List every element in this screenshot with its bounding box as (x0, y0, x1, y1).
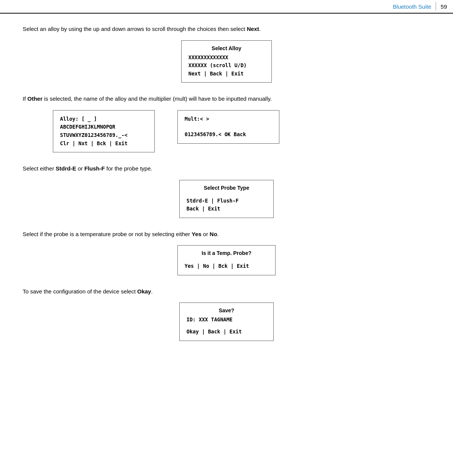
save-text-before: To save the configuration of the device … (23, 288, 137, 295)
header-title: Bluetooth Suite (393, 3, 431, 10)
alloy-dialog-title: Select Alloy (188, 45, 265, 51)
other-text-before: If (23, 95, 28, 102)
temp-probe-dialog: Is it a Temp. Probe? Yes | No | Bck | Ex… (177, 245, 276, 275)
mult-line1: Mult:< > (185, 115, 272, 123)
alloy-input-dialog: Alloy: [ _ ] ABCDEFGHIJKLMNOPQR STUVWXYZ… (53, 110, 155, 152)
probe-type-dialog: Select Probe Type Stdrd-E | Flush-F Back… (179, 180, 274, 218)
alloy-dialog-line3: Next | Back | Exit (188, 70, 265, 78)
probe-bold2: Flush-F (84, 165, 105, 172)
temp-spacer (185, 258, 268, 262)
probe-line1: Stdrd-E | Flush-F (186, 197, 267, 205)
alloy-dialog-line1: XXXXXXXXXXXXX (188, 54, 265, 62)
temp-text-after: . (217, 231, 219, 237)
section-probe-type: Select either Stdrd-E or Flush-F for the… (23, 164, 430, 218)
header-divider (436, 2, 436, 11)
alloy-select-dialog: Select Alloy XXXXXXXXXXXXX XXXXXX (scrol… (181, 40, 272, 83)
probe-bold1: Stdrd-E (56, 165, 76, 172)
temp-dialog-title: Is it a Temp. Probe? (185, 250, 268, 256)
alloy-select-bold: Next (247, 26, 259, 32)
alloy-select-text-before: Select an alloy by using the up and down… (23, 26, 247, 32)
probe-type-paragraph: Select either Stdrd-E or Flush-F for the… (23, 164, 430, 173)
save-dialog-container: Save? ID: XXX TAGNAME Okay | Back | Exit (23, 302, 430, 341)
temp-text-before: Select if the probe is a temperature pro… (23, 231, 192, 237)
temp-bold2: No (210, 231, 217, 237)
section-other-alloy: If Other is selected, the name of the al… (23, 95, 430, 152)
mult-spacer (185, 123, 272, 127)
save-spacer (186, 324, 267, 328)
alloy-dialog-line2: XXXXXX (scroll U/D) (188, 61, 265, 70)
alloy-input-line2: ABCDEFGHIJKLMNOPQR (60, 123, 148, 131)
save-line2: Okay | Back | Exit (186, 328, 267, 336)
temp-probe-paragraph: Select if the probe is a temperature pro… (23, 230, 430, 239)
probe-text-after: for the probe type. (105, 165, 153, 172)
alloy-select-text-after: . (259, 26, 260, 32)
mult-spacer2 (185, 127, 272, 131)
alloy-input-line1: Alloy: [ _ ] (60, 115, 148, 123)
save-text-after: . (151, 288, 153, 295)
probe-dialog-title: Select Probe Type (186, 185, 267, 191)
probe-spacer (186, 193, 267, 197)
mult-line2: 0123456789.< OK Back (185, 131, 272, 139)
alloy-select-dialog-container: Select Alloy XXXXXXXXXXXXX XXXXXX (scrol… (23, 40, 430, 83)
probe-text-mid: or (76, 165, 85, 172)
header-page-number: 59 (441, 3, 447, 10)
alloy-select-paragraph: Select an alloy by using the up and down… (23, 25, 430, 34)
probe-type-dialog-container: Select Probe Type Stdrd-E | Flush-F Back… (23, 180, 430, 218)
probe-line2: Back | Exit (186, 205, 267, 213)
section-alloy-select: Select an alloy by using the up and down… (23, 25, 430, 83)
other-alloy-paragraph: If Other is selected, the name of the al… (23, 95, 430, 103)
mult-dialog: Mult:< > 0123456789.< OK Back (177, 110, 279, 144)
alloy-input-line3: STUVWXYZ0123456789._-< (60, 131, 148, 140)
other-bold: Other (28, 95, 43, 102)
save-bold: Okay (137, 288, 151, 295)
other-alloy-dialogs-container: Alloy: [ _ ] ABCDEFGHIJKLMNOPQR STUVWXYZ… (23, 110, 430, 152)
save-dialog: Save? ID: XXX TAGNAME Okay | Back | Exit (179, 302, 274, 341)
temp-probe-dialog-container: Is it a Temp. Probe? Yes | No | Bck | Ex… (23, 245, 430, 275)
save-dialog-title: Save? (186, 307, 267, 313)
main-content: Select an alloy by using the up and down… (0, 14, 453, 368)
section-temp-probe: Select if the probe is a temperature pro… (23, 230, 430, 275)
temp-bold1: Yes (192, 231, 202, 237)
alloy-input-line4: Clr | Nxt | Bck | Exit (60, 140, 148, 148)
temp-text-mid: or (202, 231, 210, 237)
probe-text-before: Select either (23, 165, 56, 172)
save-config-paragraph: To save the configuration of the device … (23, 287, 430, 296)
temp-line1: Yes | No | Bck | Exit (185, 262, 268, 270)
save-line1: ID: XXX TAGNAME (186, 316, 267, 324)
other-text-after: is selected, the name of the alloy and t… (43, 95, 272, 102)
page-header: Bluetooth Suite 59 (0, 0, 453, 14)
section-save-config: To save the configuration of the device … (23, 287, 430, 341)
